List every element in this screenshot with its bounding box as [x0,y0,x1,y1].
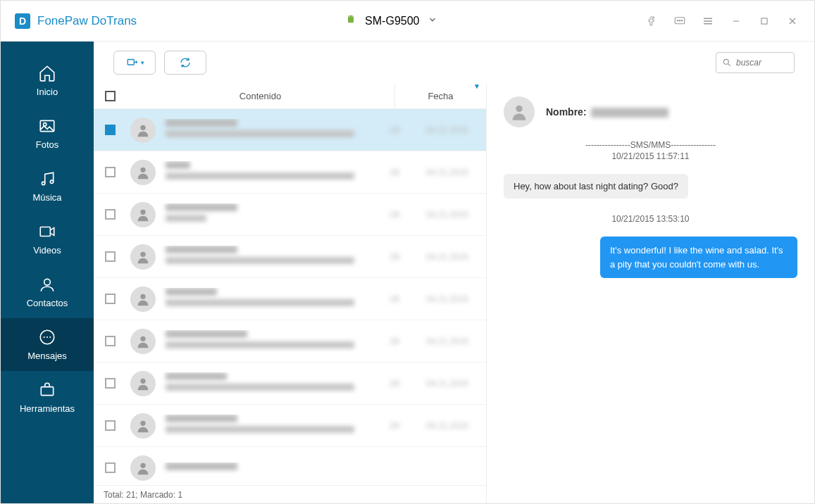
svg-point-15 [42,182,44,184]
contact-name-blurred [591,108,668,118]
svg-point-4 [679,20,680,21]
svg-point-28 [140,167,145,172]
sidebar-item-herramientas[interactable]: Herramientas [1,371,94,424]
minimize-button[interactable] [728,13,744,29]
select-all-checkbox[interactable] [105,91,116,101]
svg-point-1 [351,16,352,17]
svg-point-30 [140,251,145,256]
contacts-icon [38,275,56,294]
row-checkbox[interactable] [105,251,116,262]
sidebar-item-label: Música [32,192,61,203]
search-input[interactable] [736,58,785,68]
table-row[interactable]: 2804.21.2015 [94,109,486,151]
chevron-down-icon [428,15,437,27]
avatar-icon [130,202,156,227]
svg-point-20 [44,336,45,338]
photos-icon [38,117,56,135]
incoming-message: Hey, how about last night dating? Good? [504,174,688,199]
svg-point-31 [140,294,145,298]
svg-rect-24 [127,60,134,65]
svg-point-36 [516,106,522,112]
column-content[interactable]: Contenido [126,91,394,101]
sidebar-item-label: Videos [33,245,61,256]
device-selector[interactable]: SM-G9500 [334,9,449,32]
avatar-icon [130,244,156,270]
feedback-icon[interactable] [672,13,688,29]
svg-point-3 [677,20,678,21]
avatar-icon [130,371,156,396]
svg-rect-23 [41,387,53,396]
svg-rect-17 [40,227,50,237]
videos-icon [38,222,56,241]
column-date[interactable]: Fecha▼ [394,84,486,108]
svg-point-21 [46,336,48,338]
svg-point-25 [723,59,728,64]
svg-point-29 [140,209,145,214]
sidebar-item-musica[interactable]: Música [1,160,94,213]
timestamp: 10/21/2015 13:53:10 [504,214,797,224]
sort-arrow-icon: ▼ [473,84,480,90]
close-button[interactable] [785,13,800,29]
table-row[interactable]: 2804.21.2015 [94,320,486,363]
row-checkbox[interactable] [105,462,116,473]
logo-icon: D [15,13,30,29]
sidebar-item-inicio[interactable]: Inicio [1,54,94,107]
sidebar-item-label: Inicio [37,87,58,97]
svg-point-0 [349,16,349,17]
avatar-icon [130,329,156,354]
sidebar-item-mensajes[interactable]: Mensajes [1,318,94,371]
facebook-icon[interactable] [644,13,659,29]
svg-point-5 [681,20,683,21]
table-row[interactable] [94,447,486,485]
sms-divider: ----------------SMS/MMS---------------- [504,140,797,150]
svg-point-18 [44,279,51,285]
row-checkbox[interactable] [105,420,116,431]
status-bar: Total: 21; Marcado: 1 [94,485,486,503]
menu-icon[interactable] [700,13,716,29]
list-header: Contenido Fecha▼ [94,84,486,109]
row-checkbox[interactable] [105,336,116,346]
app-title: FonePaw DoTrans [37,14,137,28]
device-name: SM-G9500 [365,15,419,27]
home-icon [38,64,56,82]
table-row[interactable]: 2804.21.2015 [94,151,486,194]
svg-point-27 [140,125,145,130]
row-checkbox[interactable] [105,378,116,389]
sidebar-item-contactos[interactable]: Contactos [1,265,94,318]
maximize-button[interactable] [757,13,772,29]
table-row[interactable]: 2804.21.2015 [94,363,486,405]
avatar-icon [130,118,156,143]
avatar-icon [130,286,156,312]
android-icon [345,13,356,28]
row-checkbox[interactable] [105,294,116,304]
outgoing-message: It's wonderful! I like the wine and sala… [600,237,797,278]
music-icon [38,170,56,188]
search-icon [722,58,732,68]
svg-line-26 [728,64,730,66]
message-rows[interactable]: 2804.21.2015 2804.21.2015 2804.21.2015 [94,109,486,485]
search-box[interactable] [716,52,795,73]
export-button[interactable]: ▾ [113,51,156,75]
sidebar-item-fotos[interactable]: Fotos [1,107,94,160]
avatar-icon [130,413,156,439]
svg-point-33 [140,378,145,383]
table-row[interactable]: 2804.21.2015 [94,236,486,278]
row-checkbox[interactable] [105,125,116,135]
tools-icon [38,381,56,399]
sidebar: Inicio Fotos Música Videos Contactos Men… [1,42,94,503]
sidebar-item-videos[interactable]: Videos [1,213,94,265]
table-row[interactable]: 2804.21.2015 [94,405,486,447]
messages-icon [38,328,56,346]
svg-point-32 [140,336,145,341]
row-checkbox[interactable] [105,167,116,177]
sidebar-item-label: Mensajes [27,351,67,361]
svg-point-22 [49,336,51,338]
row-checkbox[interactable] [105,209,116,220]
refresh-button[interactable] [164,51,206,75]
table-row[interactable]: 2804.21.2015 [94,194,486,236]
name-label: Nombre: [546,106,587,118]
table-row[interactable]: 2804.21.2015 [94,278,486,320]
sidebar-item-label: Fotos [36,139,59,150]
message-detail: Nombre: ----------------SMS/MMS---------… [487,84,814,503]
avatar-icon [130,160,156,185]
